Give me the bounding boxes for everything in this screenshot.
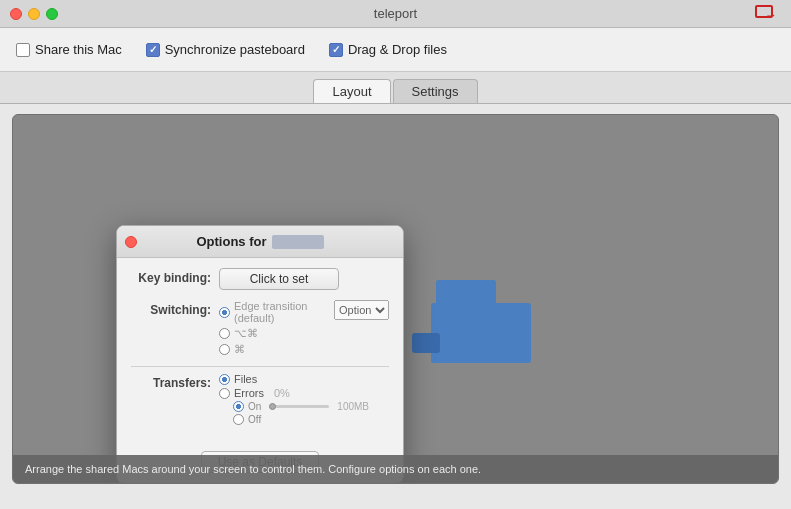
close-button[interactable] [10, 8, 22, 20]
window-title: teleport [374, 6, 417, 21]
transfer-errors-row: Errors 0% [219, 387, 389, 399]
slider-max-label: 100MB [337, 401, 369, 412]
switching-label: Switching: [131, 300, 211, 317]
sync-pasteboard-checkbox[interactable] [146, 43, 160, 57]
radio-option-3[interactable] [219, 344, 230, 355]
key-binding-row: Key binding: Click to set [131, 268, 389, 290]
dialog-title: Options for [196, 234, 323, 249]
traffic-lights [10, 8, 58, 20]
drag-drop-item[interactable]: Drag & Drop files [329, 42, 447, 57]
dialog-body: Key binding: Click to set Switching: Edg… [117, 258, 403, 445]
transfer-files-radio[interactable] [219, 374, 230, 385]
tab-bar: Layout Settings [0, 72, 791, 104]
switching-label-3: ⌘ [234, 343, 245, 356]
share-mac-checkbox[interactable] [16, 43, 30, 57]
switching-label-1: Edge transition (default) [234, 300, 322, 324]
radio-option-2[interactable] [219, 328, 230, 339]
tab-layout[interactable]: Layout [313, 79, 390, 103]
tab-settings[interactable]: Settings [393, 79, 478, 103]
transfer-errors-size: 0% [274, 387, 290, 399]
mac-block-side[interactable] [412, 333, 440, 353]
transfer-files-label: Files [234, 373, 262, 385]
transfer-errors-radio[interactable] [219, 388, 230, 399]
transfers-row: Transfers: Files Errors 0% [131, 373, 389, 425]
slider-thumb[interactable] [269, 403, 276, 410]
key-binding-label: Key binding: [131, 268, 211, 285]
maximize-button[interactable] [46, 8, 58, 20]
title-bar: teleport → [0, 0, 791, 28]
transfer-files-row: Files [219, 373, 389, 385]
slider-off-row: Off [233, 414, 389, 425]
status-text: Arrange the shared Macs around your scre… [25, 463, 481, 475]
key-binding-content: Click to set [219, 268, 389, 290]
slider-track[interactable] [269, 405, 329, 408]
share-mac-item[interactable]: Share this Mac [16, 42, 122, 57]
key-binding-button[interactable]: Click to set [219, 268, 339, 290]
share-mac-label: Share this Mac [35, 42, 122, 57]
switching-select[interactable]: Option [334, 300, 389, 320]
options-dialog: Options for Key binding: Click to set Sw… [116, 225, 404, 484]
drag-drop-checkbox[interactable] [329, 43, 343, 57]
switching-option-2[interactable]: ⌥⌘ [219, 327, 322, 340]
switching-option-3[interactable]: ⌘ [219, 343, 322, 356]
app-icon: → [751, 3, 781, 25]
divider [131, 366, 389, 367]
main-canvas: Options for Key binding: Click to set Sw… [12, 114, 779, 484]
minimize-button[interactable] [28, 8, 40, 20]
sync-pasteboard-item[interactable]: Synchronize pasteboard [146, 42, 305, 57]
switching-content: Edge transition (default) ⌥⌘ ⌘ [219, 300, 322, 356]
mac-block-main[interactable] [431, 303, 531, 363]
switching-option-1[interactable]: Edge transition (default) [219, 300, 322, 324]
dialog-title-text: Options for [196, 234, 266, 249]
hostname-block [272, 235, 324, 249]
status-bar: Arrange the shared Macs around your scre… [13, 455, 778, 483]
transfers-form: Files Errors 0% On [219, 373, 389, 425]
switching-row: Switching: Edge transition (default) ⌥⌘ [131, 300, 389, 356]
dialog-title-bar: Options for [117, 226, 403, 258]
transfers-label: Transfers: [131, 373, 211, 390]
dialog-close-button[interactable] [125, 236, 137, 248]
slider-on-row: On 100MB [233, 401, 389, 412]
switching-label-2: ⌥⌘ [234, 327, 258, 340]
drag-drop-label: Drag & Drop files [348, 42, 447, 57]
switching-radio-group: Edge transition (default) ⌥⌘ ⌘ [219, 300, 322, 356]
slider-off-radio[interactable] [233, 414, 244, 425]
slider-on-radio[interactable] [233, 401, 244, 412]
sync-pasteboard-label: Synchronize pasteboard [165, 42, 305, 57]
transfers-content: Files Errors 0% On [219, 373, 389, 425]
slider-on-label: On [248, 401, 261, 412]
transfer-errors-label: Errors [234, 387, 262, 399]
radio-option-1[interactable] [219, 307, 230, 318]
toolbar: Share this Mac Synchronize pasteboard Dr… [0, 28, 791, 72]
slider-off-label: Off [248, 414, 261, 425]
arrow-icon: → [765, 8, 777, 22]
